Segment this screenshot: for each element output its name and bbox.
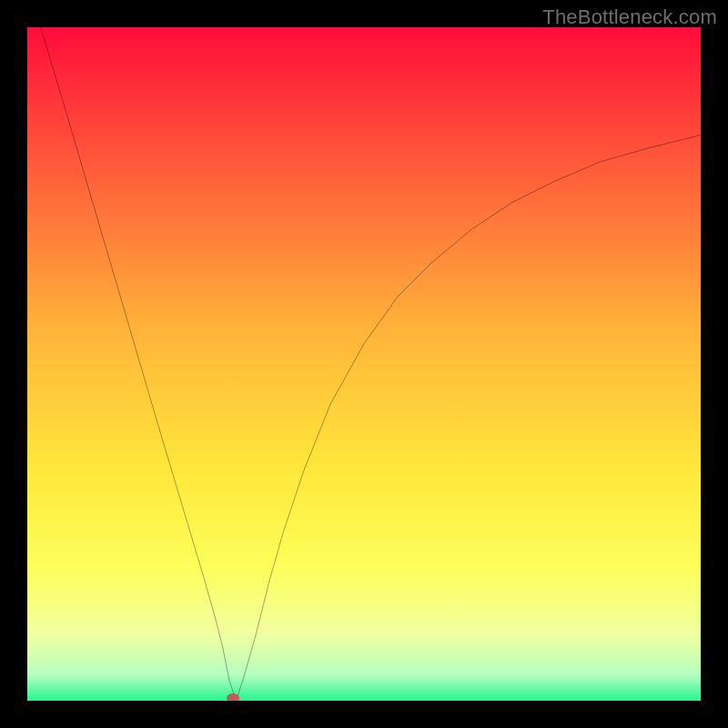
minimum-marker (227, 693, 239, 701)
svg-rect-0 (27, 27, 701, 701)
chart-background-gradient (27, 27, 701, 701)
watermark-text: TheBottleneck.com (542, 5, 717, 29)
chart-plot-area (27, 27, 701, 701)
